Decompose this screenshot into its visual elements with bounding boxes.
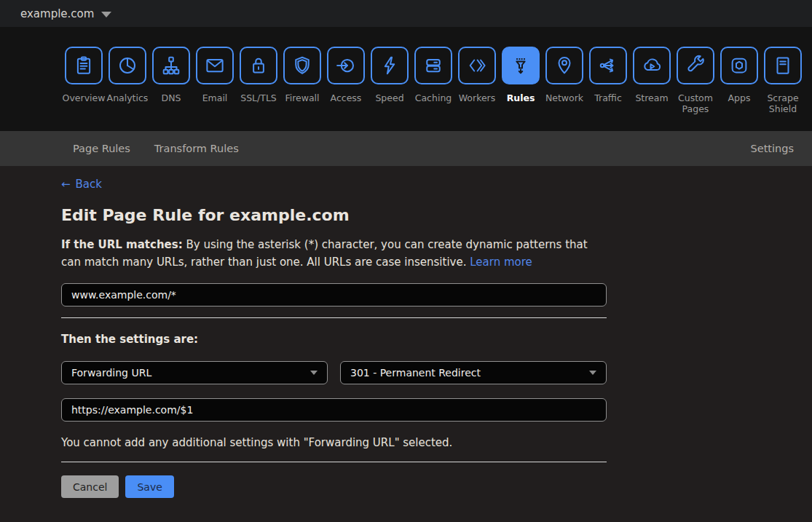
nav-item-label: Custom Pages: [674, 92, 717, 114]
nav-item-label: Rules: [507, 92, 535, 103]
nav-item-label: Analytics: [107, 92, 149, 103]
settings-heading: Then the settings are:: [61, 333, 812, 346]
nav-item-firewall[interactable]: Firewall: [280, 47, 324, 131]
nav-item-label: SSL/TLS: [240, 92, 277, 103]
app-nav-items: Overview Analytics DNS Email SSL/TLS Fir…: [0, 27, 812, 131]
rules-funnel-icon: [502, 47, 540, 84]
nav-item-apps[interactable]: Apps: [717, 47, 761, 131]
section-divider: [61, 462, 607, 462]
section-divider: [61, 317, 607, 318]
nav-item-label: Caching: [415, 92, 452, 103]
zone-selector[interactable]: example.com: [20, 7, 94, 20]
nav-item-label: Traffic: [594, 92, 622, 103]
nav-item-ssl-tls[interactable]: SSL/TLS: [237, 47, 280, 131]
nav-item-traffic[interactable]: Traffic: [586, 47, 630, 131]
nav-item-stream[interactable]: Stream: [630, 47, 674, 131]
overview-icon: [65, 47, 103, 84]
page-content: ← Back Edit Page Rule for example.com If…: [0, 166, 812, 498]
url-match-description: If the URL matches: By using the asteris…: [61, 236, 607, 271]
nav-item-label: Speed: [375, 92, 403, 103]
apps-icon: [720, 47, 758, 84]
nav-item-label: Workers: [459, 92, 496, 103]
nav-item-custom-pages[interactable]: Custom Pages: [674, 47, 717, 131]
action-buttons: Cancel Save: [61, 475, 812, 498]
tab-transform-rules[interactable]: Transform Rules: [154, 143, 239, 154]
nav-item-workers[interactable]: Workers: [455, 47, 499, 131]
back-arrow-icon: ←: [61, 178, 71, 191]
forwarding-note: You cannot add any additional settings w…: [61, 436, 812, 449]
nav-item-email[interactable]: Email: [193, 47, 237, 131]
tab-page-rules[interactable]: Page Rules: [73, 143, 130, 154]
nav-item-label: Overview: [63, 92, 106, 103]
tab-group-right: Settings: [751, 143, 794, 154]
destination-url-input[interactable]: [61, 398, 607, 422]
custom-pages-wrench-icon: [677, 47, 714, 84]
url-match-lead: If the URL matches:: [61, 238, 183, 251]
settings-select-row: Forwarding URL 301 - Permanent Redirect: [61, 361, 607, 384]
save-button[interactable]: Save: [125, 475, 173, 498]
chevron-down-icon: [310, 371, 318, 375]
status-code-select[interactable]: 301 - Permanent Redirect: [340, 361, 607, 384]
stream-cloud-icon: [633, 47, 671, 84]
tab-settings[interactable]: Settings: [751, 143, 794, 154]
nav-item-label: Firewall: [285, 92, 319, 103]
nav-item-rules[interactable]: Rules: [499, 47, 543, 131]
nav-item-analytics[interactable]: Analytics: [106, 47, 149, 131]
email-icon: [196, 47, 234, 84]
firewall-shield-icon: [283, 47, 321, 84]
scrape-shield-icon: [764, 47, 802, 84]
nav-item-label: Apps: [728, 92, 751, 103]
nav-item-scrape-shield[interactable]: Scrape Shield: [761, 47, 805, 131]
dns-icon: [152, 47, 190, 84]
nav-item-access[interactable]: Access: [324, 47, 368, 131]
learn-more-link[interactable]: Learn more: [470, 256, 532, 269]
tab-group-left: Page RulesTransform Rules: [73, 143, 239, 154]
workers-icon: [458, 47, 496, 84]
speed-bolt-icon: [371, 47, 409, 84]
nav-item-dns[interactable]: DNS: [149, 47, 193, 131]
ssl-lock-icon: [240, 47, 277, 84]
nav-item-label: Network: [545, 92, 583, 103]
nav-item-label: Scrape Shield: [761, 92, 805, 114]
access-icon: [327, 47, 365, 84]
setting-select[interactable]: Forwarding URL: [61, 361, 328, 384]
chevron-down-icon: [589, 371, 596, 375]
nav-item-speed[interactable]: Speed: [368, 47, 411, 131]
analytics-icon: [109, 47, 146, 84]
traffic-icon: [589, 47, 627, 84]
cancel-button[interactable]: Cancel: [61, 475, 119, 498]
back-link[interactable]: ← Back: [61, 178, 102, 191]
back-link-label: Back: [76, 178, 102, 191]
page-title: Edit Page Rule for example.com: [61, 205, 812, 226]
nav-item-label: Email: [202, 92, 228, 103]
tab-strip: Page RulesTransform Rules Settings: [0, 131, 812, 166]
status-code-select-value: 301 - Permanent Redirect: [350, 367, 481, 379]
nav-item-label: DNS: [162, 92, 181, 103]
network-pin-icon: [545, 47, 583, 84]
top-bar: example.com: [0, 0, 812, 27]
setting-select-value: Forwarding URL: [71, 367, 151, 379]
nav-item-label: Stream: [635, 92, 668, 103]
url-pattern-input[interactable]: [61, 283, 607, 307]
caching-icon: [414, 47, 452, 84]
nav-item-label: Access: [331, 92, 362, 103]
nav-item-network[interactable]: Network: [543, 47, 586, 131]
nav-item-caching[interactable]: Caching: [411, 47, 455, 131]
chevron-down-icon[interactable]: [101, 12, 111, 17]
nav-item-overview[interactable]: Overview: [62, 47, 106, 131]
